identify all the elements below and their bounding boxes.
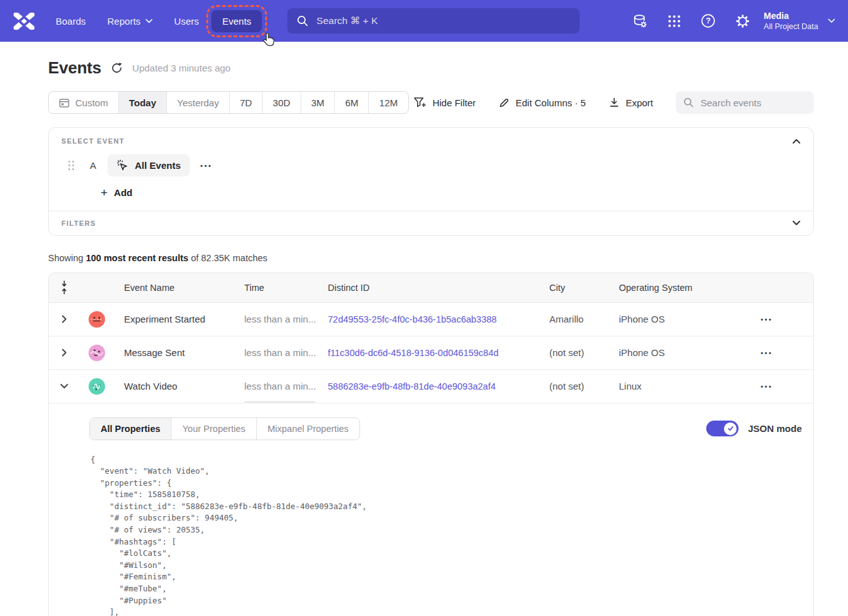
nav-item-events-active[interactable]: Events	[211, 10, 262, 32]
date-range-today[interactable]: Today	[118, 92, 166, 113]
search-icon	[683, 97, 694, 108]
select-event-section: SELECT EVENT A	[49, 128, 813, 211]
date-range-3m[interactable]: 3M	[301, 92, 335, 113]
date-range-custom[interactable]: Custom	[49, 92, 118, 113]
select-event-label: SELECT EVENT	[61, 137, 125, 145]
expand-row-chevron-right-icon[interactable]	[61, 348, 67, 357]
column-header-event-name[interactable]: Event Name	[115, 273, 235, 302]
nav-item-label: Boards	[56, 16, 86, 27]
column-header-os[interactable]: Operating System	[609, 273, 742, 302]
expand-chevron-down-icon[interactable]	[792, 220, 801, 226]
nav-item-users[interactable]: Users	[174, 16, 199, 27]
cell-time: less than a min...	[235, 370, 318, 403]
edit-columns-button[interactable]: Edit Columns · 5	[499, 97, 586, 108]
filters-section[interactable]: FILTERS	[49, 211, 813, 235]
filter-funnel-icon	[414, 97, 426, 108]
cell-event-name[interactable]: Watch Video	[115, 370, 235, 403]
cell-event-name[interactable]: Message Sent	[115, 336, 235, 369]
event-avatar	[89, 378, 105, 395]
add-event-button[interactable]: + Add	[101, 187, 132, 198]
table-row: Experiment Started less than a min... 72…	[49, 303, 813, 336]
cell-distinct-id-link[interactable]: 5886283e-e9fb-48fb-81de-40e9093a2af4	[318, 370, 540, 403]
project-scope: All Project Data	[764, 22, 818, 32]
page-title: Events	[48, 58, 101, 78]
data-management-icon[interactable]	[632, 13, 648, 29]
download-icon	[609, 97, 620, 108]
tab-all-properties[interactable]: All Properties	[90, 418, 171, 440]
cell-distinct-id-link[interactable]: 72d49553-25fc-4f0c-b436-1b5ac6ab3388	[318, 303, 540, 336]
settings-gear-icon[interactable]	[735, 13, 751, 29]
collapse-row-chevron-down-icon[interactable]	[60, 383, 68, 389]
search-icon	[297, 15, 308, 27]
mixpanel-events-page: Boards Reports Users Events	[0, 0, 848, 616]
event-clause-row: A All Events •••	[61, 154, 801, 176]
svg-text:?: ?	[706, 16, 711, 25]
collapse-chevron-up-icon[interactable]	[792, 139, 801, 144]
export-button[interactable]: Export	[609, 97, 653, 108]
page-header: Events Updated 3 minutes ago	[48, 58, 814, 78]
date-range-7d[interactable]: 7D	[229, 92, 262, 113]
nav-item-reports[interactable]: Reports	[108, 16, 153, 27]
events-tab-highlight: Events	[206, 5, 267, 37]
query-builder-card: SELECT EVENT A	[48, 127, 814, 236]
project-chevron-down-icon[interactable]	[828, 18, 835, 23]
global-search-input[interactable]	[315, 15, 570, 27]
json-mode-toggle[interactable]	[706, 421, 739, 436]
cell-city: (not set)	[540, 336, 609, 369]
column-header-distinct-id[interactable]: Distinct ID	[318, 273, 540, 302]
drag-handle-icon[interactable]	[68, 161, 74, 170]
toggle-knob	[724, 422, 737, 435]
plus-icon: +	[101, 188, 108, 197]
main-content: Events Updated 3 minutes ago Custom	[0, 42, 848, 616]
project-switcher[interactable]: Media All Project Data	[764, 10, 818, 32]
date-range-30d[interactable]: 30D	[262, 92, 301, 113]
tab-mixpanel-properties[interactable]: Mixpanel Properties	[256, 418, 359, 440]
global-search[interactable]	[287, 8, 580, 34]
date-range-6m[interactable]: 6M	[334, 92, 368, 113]
hide-filter-button[interactable]: Hide Filter	[414, 97, 475, 108]
calendar-icon	[59, 97, 70, 108]
row-actions-ellipsis[interactable]: •••	[761, 383, 773, 390]
expand-row-chevron-right-icon[interactable]	[61, 315, 67, 323]
column-header-city[interactable]: City	[540, 273, 609, 302]
cell-os: iPhone OS	[609, 303, 742, 336]
hand-cursor-icon	[263, 33, 274, 49]
project-name: Media	[764, 10, 818, 22]
sort-arrows-icon[interactable]	[60, 280, 68, 295]
date-range-yesterday[interactable]: Yesterday	[166, 92, 229, 113]
check-icon	[727, 425, 734, 432]
controls-row: Custom Today Yesterday 7D 30D 3M 6M 12M	[48, 91, 814, 114]
apps-grid-icon[interactable]	[667, 14, 682, 28]
table-row-expanded: Watch Video less than a min... 5886283e-…	[49, 370, 813, 403]
results-summary: Showing 100 most recent results of 82.35…	[48, 253, 814, 263]
event-avatar	[89, 345, 105, 361]
chevron-down-icon	[146, 19, 153, 23]
clause-letter: A	[90, 160, 98, 171]
date-range-12m[interactable]: 12M	[368, 92, 408, 113]
event-options-ellipsis[interactable]: •••	[201, 162, 213, 169]
tab-your-properties[interactable]: Your Properties	[171, 418, 256, 440]
cell-event-name[interactable]: Experiment Started	[115, 303, 235, 336]
refresh-icon[interactable]	[111, 62, 123, 74]
json-mode-label: JSON mode	[748, 423, 802, 434]
truncation-indicator	[244, 401, 315, 403]
cell-distinct-id-link[interactable]: f11c30d6-dc6d-4518-9136-0d046159c84d	[318, 336, 540, 369]
events-search-input[interactable]	[699, 97, 806, 109]
column-header-time[interactable]: Time	[235, 273, 318, 302]
mixpanel-logo-icon[interactable]	[13, 13, 35, 30]
nav-item-boards[interactable]: Boards	[56, 16, 86, 27]
filters-label: FILTERS	[61, 219, 96, 227]
nav-item-label: Reports	[108, 16, 141, 27]
date-range-selector: Custom Today Yesterday 7D 30D 3M 6M 12M	[48, 91, 409, 114]
event-selector-chip[interactable]: All Events	[108, 154, 190, 176]
events-search[interactable]	[676, 91, 814, 114]
row-actions-ellipsis[interactable]: •••	[761, 316, 773, 323]
sparkle-cursor-icon	[116, 159, 128, 171]
help-icon[interactable]: ?	[701, 13, 716, 28]
event-avatar	[89, 311, 105, 328]
cell-time: less than a min...	[235, 303, 318, 336]
cell-city: Amarillo	[540, 303, 609, 336]
table-header: Event Name Time Distinct ID City Operati…	[49, 273, 813, 303]
row-actions-ellipsis[interactable]: •••	[761, 349, 773, 357]
event-detail-panel: All Properties Your Properties Mixpanel …	[49, 403, 813, 616]
